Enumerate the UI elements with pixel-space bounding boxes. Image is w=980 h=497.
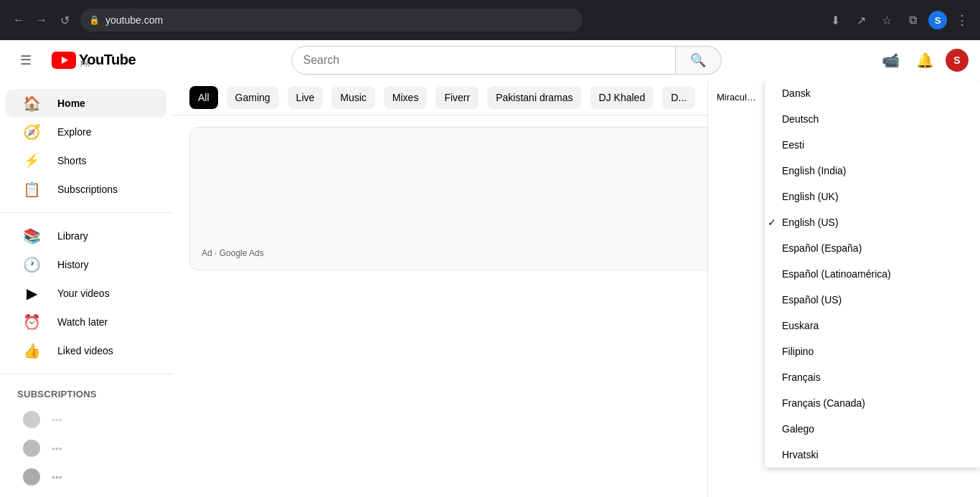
sub-avatar-1 [23, 411, 40, 428]
lock-icon: 🔒 [89, 15, 100, 25]
filter-chip-pakistani-dramas[interactable]: Pakistani dramas [487, 86, 581, 109]
dropdown-label-francais: Français [782, 371, 821, 383]
sub-avatar-2 [23, 440, 40, 457]
library-icon: 📚 [23, 227, 40, 245]
ad-info: Ad · Google Ads [202, 248, 264, 258]
filter-chip-all[interactable]: All [189, 86, 218, 109]
sidebar-label-shorts: Shorts [57, 155, 86, 166]
explore-icon: 🧭 [23, 123, 40, 141]
download-icon[interactable]: ⬇ [825, 10, 845, 30]
language-item-espanol-espana[interactable]: Español (España) [765, 235, 980, 261]
sub-avatar-3 [23, 468, 40, 486]
dropdown-label-filipino: Filipino [782, 346, 814, 357]
subscription-item-2[interactable]: ●●● [6, 434, 166, 463]
sidebar-item-explore[interactable]: 🧭 Explore [6, 118, 166, 146]
language-item-eesti[interactable]: Eesti [765, 132, 980, 158]
address-bar[interactable]: 🔒 youtube.com [80, 9, 583, 32]
dropdown-label-english-us: English (US) [782, 217, 839, 228]
topbar: ☰ YouTube PK 🔍 📹 🔔 S [0, 40, 980, 80]
dropdown-label-galego: Galego [782, 423, 814, 435]
dropdown-label-deutsch: Deutsch [782, 113, 819, 125]
right-panel-partial: Miraculous L... [707, 80, 765, 497]
subscription-item-3[interactable]: ●●● [6, 463, 166, 491]
language-dropdown[interactable]: Dansk Deutsch Eesti English (India) Engl… [765, 80, 980, 468]
user-avatar[interactable]: S [946, 49, 969, 72]
hamburger-menu-button[interactable]: ☰ [11, 46, 40, 75]
share-icon[interactable]: ↗ [851, 10, 871, 30]
sidebar-label-liked-videos: Liked videos [57, 345, 113, 356]
notifications-button[interactable]: 🔔 [911, 46, 940, 75]
filter-chip-gaming[interactable]: Gaming [227, 86, 279, 109]
language-item-francais-canada[interactable]: Français (Canada) [765, 390, 980, 416]
dropdown-label-eesti: Eesti [782, 139, 804, 151]
sub-dots-3: ●●● [52, 474, 62, 481]
sidebar-item-liked-videos[interactable]: 👍 Liked videos [6, 336, 166, 365]
filter-chip-live[interactable]: Live [288, 86, 324, 109]
language-item-galego[interactable]: Galego [765, 416, 980, 442]
dropdown-label-francais-canada: Français (Canada) [782, 397, 865, 409]
filter-chip-more[interactable]: D... [662, 86, 695, 109]
browser-menu-icon[interactable]: ⋮ [953, 9, 971, 31]
sidebar-item-history[interactable]: 🕐 History [6, 250, 166, 279]
upload-button[interactable]: 📹 [877, 46, 905, 75]
search-container: 🔍 [291, 46, 722, 75]
main-layout: 🏠 Home 🧭 Explore ⚡ Shorts 📋 Subscription… [0, 80, 980, 497]
shorts-icon: ⚡ [23, 153, 40, 169]
sub-dots-2: ●●● [52, 445, 62, 452]
dropdown-label-english-uk: English (UK) [782, 191, 839, 202]
youtube-logo-country: PK [80, 61, 136, 68]
ad-dot: · [215, 248, 217, 258]
sidebar-label-library: Library [57, 230, 88, 242]
back-button[interactable]: ← [9, 10, 29, 30]
subscriptions-icon: 📋 [23, 181, 40, 198]
sidebar-item-library[interactable]: 📚 Library [6, 222, 166, 250]
language-item-espanol-latinoamerica[interactable]: Español (Latinoamérica) [765, 261, 980, 287]
liked-videos-icon: 👍 [23, 342, 40, 359]
language-item-hrvatski[interactable]: Hrvatski [765, 442, 980, 468]
youtube-app: ☰ YouTube PK 🔍 📹 🔔 S [0, 40, 980, 497]
language-item-euskara[interactable]: Euskara [765, 313, 980, 339]
sidebar-item-your-videos[interactable]: ▶ Your videos [6, 279, 166, 308]
sidebar-label-history: History [57, 259, 89, 270]
sidebar-label-subscriptions: Subscriptions [57, 184, 118, 195]
subscription-item-1[interactable]: ●●● [6, 405, 166, 434]
filter-chip-dj-khaled[interactable]: DJ Khaled [590, 86, 654, 109]
forward-button[interactable]: → [32, 10, 52, 30]
sidebar: 🏠 Home 🧭 Explore ⚡ Shorts 📋 Subscription… [0, 80, 172, 497]
language-item-english-us[interactable]: ✓ English (US) [765, 209, 980, 235]
filter-chip-music[interactable]: Music [331, 86, 375, 109]
sidebar-item-watch-later[interactable]: ⏰ Watch later [6, 308, 166, 336]
dropdown-label-espanol-espana: Español (España) [782, 242, 862, 254]
sidebar-divider-1 [0, 212, 172, 213]
home-icon: 🏠 [23, 95, 40, 112]
sidebar-item-subscriptions[interactable]: 📋 Subscriptions [6, 175, 166, 204]
sidebar-item-home[interactable]: 🏠 Home [6, 89, 166, 118]
language-item-dansk[interactable]: Dansk [765, 80, 980, 106]
filter-chip-fiverr[interactable]: Fiverr [435, 86, 479, 109]
browser-profile-avatar[interactable]: S [928, 11, 947, 29]
language-item-filipino[interactable]: Filipino [765, 339, 980, 364]
sub-dots-1: ●●● [52, 417, 62, 423]
bookmark-icon[interactable]: ☆ [877, 10, 897, 30]
dropdown-label-hrvatski: Hrvatski [782, 449, 819, 460]
sidebar-item-shorts[interactable]: ⚡ Shorts [6, 146, 166, 175]
language-item-english-uk[interactable]: English (UK) [765, 184, 980, 209]
youtube-logo[interactable]: YouTube PK [52, 52, 136, 69]
filter-chip-mixes[interactable]: Mixes [384, 86, 428, 109]
split-icon[interactable]: ⧉ [903, 10, 923, 30]
search-button[interactable]: 🔍 [676, 46, 722, 75]
checkmark-icon: ✓ [768, 217, 776, 228]
language-item-deutsch[interactable]: Deutsch [765, 106, 980, 132]
language-item-espanol-us[interactable]: Español (US) [765, 287, 980, 313]
watch-later-icon: ⏰ [23, 313, 40, 331]
sidebar-label-your-videos: Your videos [57, 288, 110, 299]
language-item-english-india[interactable]: English (India) [765, 158, 980, 184]
history-icon: 🕐 [23, 256, 40, 273]
browser-chrome: ← → ↺ 🔒 youtube.com ⬇ ↗ ☆ ⧉ S ⋮ [0, 0, 980, 40]
language-item-francais[interactable]: Français [765, 364, 980, 390]
dropdown-label-dansk: Dansk [782, 87, 811, 99]
reload-button[interactable]: ↺ [55, 10, 75, 30]
search-input[interactable] [291, 46, 676, 75]
browser-nav-buttons: ← → ↺ [9, 10, 75, 30]
url-text: youtube.com [105, 14, 163, 26]
